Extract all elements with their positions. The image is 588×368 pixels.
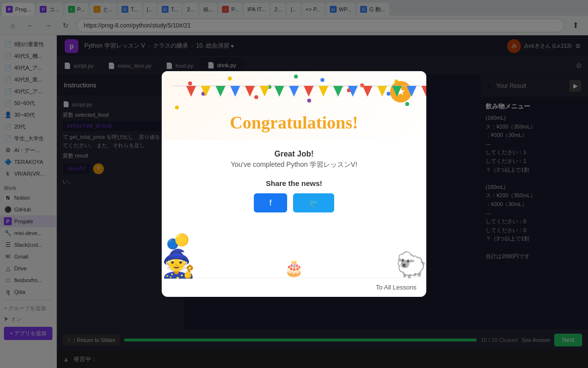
confetti-dot: [294, 75, 298, 79]
all-lessons-link[interactable]: To All Lessons: [376, 284, 416, 291]
confetti-dot: [228, 77, 232, 80]
char-sheep: 🐑: [396, 253, 426, 277]
modal-footer: To All Lessons: [162, 277, 426, 297]
svg-marker-7: [274, 86, 284, 97]
modal-overlay[interactable]: ★ Congratulations! Great Job! You've com…: [0, 0, 588, 368]
char-center-area: 🎂: [284, 259, 304, 277]
share-buttons: f 🐦: [176, 193, 412, 212]
svg-marker-8: [289, 86, 299, 97]
modal-completed: You've completed Python 学習レッスンV!: [176, 160, 412, 169]
svg-marker-2: [201, 86, 211, 97]
facebook-icon: f: [270, 199, 271, 208]
svg-marker-16: [407, 86, 416, 97]
svg-marker-3: [216, 86, 225, 97]
balloon-blue: 🔵: [167, 238, 179, 250]
balloon-yellow: 🟡: [174, 233, 189, 247]
svg-marker-4: [230, 86, 240, 97]
svg-marker-5: [245, 86, 255, 97]
share-twitter-button[interactable]: 🐦: [293, 193, 334, 212]
svg-marker-12: [348, 86, 358, 97]
modal-great-job: Great Job!: [176, 150, 412, 158]
modal: ★ Congratulations! Great Job! You've com…: [162, 71, 426, 297]
svg-marker-14: [377, 86, 387, 97]
share-facebook-button[interactable]: f: [254, 193, 287, 212]
svg-marker-1: [186, 86, 196, 97]
twitter-icon: 🐦: [309, 198, 318, 208]
modal-characters: 🧙 🔵 🟡 🎂 🐑: [162, 238, 426, 277]
modal-congrats: Congratulations!: [172, 112, 416, 133]
cake-icon: 🎂: [284, 259, 304, 277]
modal-share-label: Share the news!: [176, 179, 412, 187]
svg-marker-15: [392, 86, 402, 97]
modal-banner: ★ Congratulations!: [162, 71, 426, 140]
svg-marker-17: [421, 86, 426, 97]
char-right-area: 🐑: [363, 238, 426, 277]
congrats-text: Congratulations!: [230, 113, 358, 132]
svg-marker-10: [318, 86, 328, 97]
modal-body: Great Job! You've completed Python 学習レッス…: [162, 140, 426, 238]
svg-marker-11: [333, 86, 343, 97]
char-left-area: 🧙 🔵 🟡: [162, 238, 225, 277]
bunting-svg: [172, 81, 426, 105]
char-blue: 🧙: [162, 250, 196, 277]
svg-marker-13: [363, 86, 372, 97]
svg-marker-6: [260, 86, 270, 97]
svg-marker-9: [304, 86, 314, 97]
